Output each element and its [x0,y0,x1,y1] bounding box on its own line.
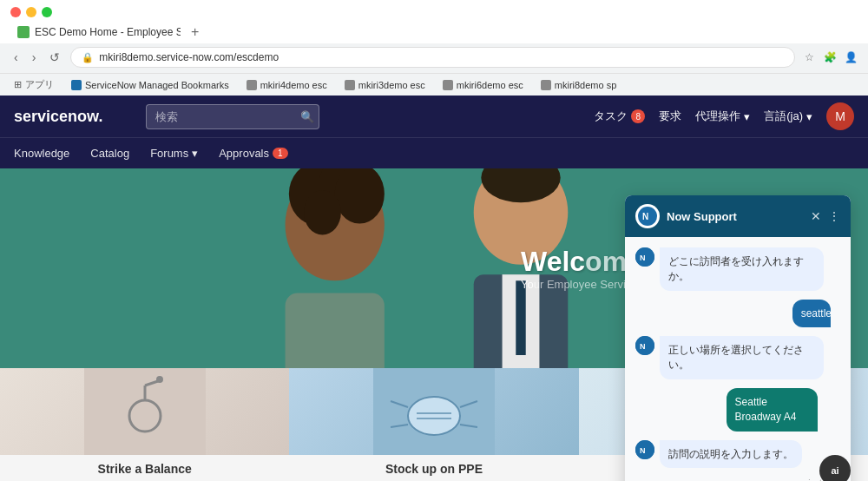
forward-button[interactable]: › [29,47,40,68]
chat-minimize-button[interactable]: ✕ [811,209,821,223]
chat-bubble-2: seattle [792,300,831,328]
bookmark-label-1: ServiceNow Managed Bookmarks [85,80,229,90]
now-support-icon: N [635,204,660,228]
task-badge: 8 [631,109,645,123]
profile-icon[interactable]: 👤 [844,50,858,64]
language-label: 言語(ja) [764,109,803,124]
lock-icon: 🔒 [82,52,94,63]
search-button[interactable]: 🔍 [300,110,314,123]
chat-bubble-1: どこに訪問者を受け入れますか。 [660,247,824,291]
bot-avatar-5: N [635,440,654,459]
bookmark-1[interactable]: ServiceNow Managed Bookmarks [68,78,233,92]
sn-logo: servicenow. [14,106,135,127]
tab-title: ESC Demo Home - Employee S… [35,26,181,38]
card-1[interactable]: Strike a Balance Our wellness offerings … [0,368,289,481]
svg-text:servicenow.: servicenow. [14,108,102,125]
new-tab-button[interactable]: + [184,21,206,43]
bookmark-favicon-4 [443,80,453,90]
request-menu[interactable]: 要求 [659,109,681,124]
now-icon-inner: N [638,207,657,226]
bookmark-star-icon[interactable]: ☆ [802,50,816,64]
chat-header-actions: ✕ ⋮ [811,209,840,223]
ai-assist-icon[interactable]: ai [819,455,851,481]
task-menu[interactable]: タスク 8 [594,109,645,124]
sn-header: servicenow. 🔍 タスク 8 要求 代理操作 ▾ 言語(ja) ▾ [0,96,868,137]
user-avatar[interactable]: M [826,102,854,130]
svg-point-6 [304,190,341,234]
tab-bar: ESC Demo Home - Employee S… ✕ + [0,21,868,43]
bookmark-label-4: mkiri6demo esc [457,80,523,90]
reload-button[interactable]: ↺ [46,47,63,68]
active-tab[interactable]: ESC Demo Home - Employee S… ✕ [7,21,181,43]
chat-bubble-wrap-2: seattle [792,300,840,328]
svg-rect-12 [516,280,525,355]
bot-avatar-3: N [635,336,654,355]
card-2[interactable]: Stock up on PPE Make sure your team has … [289,368,578,481]
card-2-desc: Make sure your team has ample personal..… [289,476,578,481]
tab-favicon [17,26,30,38]
bookmark-5[interactable]: mkiri8demo sp [537,78,621,92]
bookmark-label-2: mkiri4demo esc [260,80,327,90]
bookmark-3[interactable]: mkiri3demo esc [341,78,429,92]
search-input[interactable] [146,104,319,129]
bookmark-2[interactable]: mkiri4demo esc [243,78,331,92]
sn-nav: Knowledge Catalog Forums ▾ Approvals 1 [0,137,868,168]
bookmarks-bar: ⊞ アプリ ServiceNow Managed Bookmarks mkiri… [0,73,868,96]
request-label: 要求 [659,109,681,124]
svg-text:N: N [640,254,646,262]
bookmark-4[interactable]: mkiri6demo esc [439,78,527,92]
search-wrapper: 🔍 [146,104,319,129]
chat-title: Now Support [667,210,804,223]
ai-label: ai [831,465,838,476]
back-button[interactable]: ‹ [10,47,22,68]
apps-bookmarks[interactable]: ⊞ アプリ [10,76,57,93]
bot-avatar-1: N [635,247,654,267]
svg-text:N: N [642,212,648,221]
chat-header: N Now Support ✕ ⋮ [625,195,851,237]
language-dropdown-icon: ▾ [806,110,812,123]
avatar-initial: M [835,109,845,123]
nav-knowledge[interactable]: Knowledge [14,140,69,167]
maximize-window-button[interactable] [42,7,52,17]
nav-approvals-label: Approvals [219,147,269,160]
extension-icon[interactable]: 🧩 [823,50,837,64]
nav-approvals[interactable]: Approvals 1 [219,140,287,167]
chat-message-3: N 正しい場所を選択してください。 [635,336,840,379]
apps-grid-icon: ⊞ [14,79,22,90]
chat-bubble-wrap-4: Seattle Broadway A4 [727,388,840,432]
chat-message-5: N 訪問の説明を入力します。 [635,440,840,469]
card-2-title: Stock up on PPE [289,462,578,476]
svg-text:N: N [640,446,646,455]
url-bar[interactable]: 🔒 mkiri8demo.service-now.com/escdemo [70,47,795,68]
chat-bubble-3: 正しい場所を選択してください。 [660,336,824,379]
chat-more-button[interactable]: ⋮ [828,209,840,223]
nav-catalog-label: Catalog [90,147,129,160]
svg-rect-7 [286,293,385,368]
chat-panel: N Now Support ✕ ⋮ N どこに訪問者を受け入れますか。 [625,195,851,481]
chat-message-1: N どこに訪問者を受け入れますか。 [635,247,840,291]
browser-chrome: ESC Demo Home - Employee S… ✕ + ‹ › ↺ 🔒 … [0,0,868,96]
svg-point-19 [408,397,460,435]
bookmark-favicon-3 [345,80,355,90]
delegate-dropdown-icon: ▾ [744,110,750,123]
address-bar: ‹ › ↺ 🔒 mkiri8demo.service-now.com/escde… [0,43,868,73]
nav-catalog[interactable]: Catalog [90,140,129,167]
svg-text:N: N [640,342,646,351]
bookmark-favicon-1 [71,80,82,90]
card-2-image [289,368,578,455]
minimize-window-button[interactable] [26,7,36,17]
sn-app: servicenow. 🔍 タスク 8 要求 代理操作 ▾ 言語(ja) ▾ [0,96,868,481]
close-window-button[interactable] [10,7,21,17]
delegate-menu[interactable]: 代理操作 ▾ [695,109,750,124]
nav-forums[interactable]: Forums ▾ [150,140,198,167]
chat-message-4: Seattle Broadway A4 [635,388,840,432]
language-menu[interactable]: 言語(ja) ▾ [764,109,812,124]
task-label: タスク [594,109,628,124]
chat-bubble-4: Seattle Broadway A4 [727,388,818,432]
chat-bubble-5: 訪問の説明を入力します。 [660,440,802,469]
apps-label: アプリ [25,78,54,91]
traffic-lights [0,0,868,21]
bookmark-favicon-2 [247,80,257,90]
bookmark-label-3: mkiri3demo esc [358,80,425,90]
delegate-label: 代理操作 [695,109,740,124]
